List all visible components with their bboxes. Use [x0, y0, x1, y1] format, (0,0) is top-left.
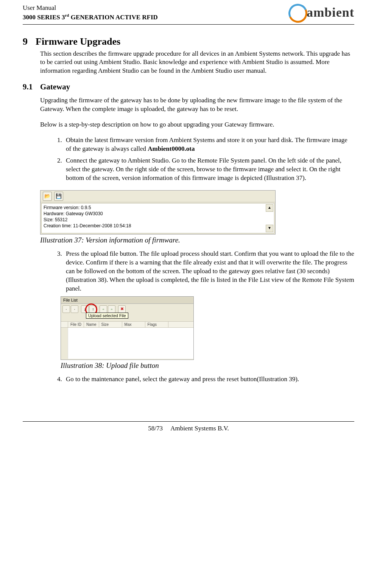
steps-list-continued: Press the upload file button. The file u… [23, 250, 354, 293]
subsection-p1: Upgrading the firmware of the gateway ha… [23, 96, 354, 114]
size-line: Size: 55312 [44, 217, 272, 223]
steps-list-continued-2: Go to the maintenance panel, select the … [23, 375, 354, 384]
section-intro: This section describes the firmware upgr… [23, 50, 354, 76]
cross-icon: ✖ [120, 307, 124, 311]
square-icon: ▫ [111, 307, 112, 311]
fw-version-line: Firmware version: 0.9.5 [44, 205, 272, 211]
step-4: Go to the maintenance panel, select the … [64, 375, 354, 384]
save-file-button[interactable]: 💾 [54, 192, 63, 201]
step-1: Obtain the latest firmware version from … [64, 136, 354, 153]
subsection-title: Gateway [40, 82, 70, 91]
logo: ambient [288, 4, 354, 21]
open-file-button[interactable]: 📂 [43, 192, 52, 201]
header-text: User Manual 3000 SERIES 3rd GENERATION A… [23, 4, 158, 22]
page-number: 58/73 [148, 425, 163, 432]
tb-button-green-2[interactable]: ▫ [108, 305, 115, 313]
footer-org: Ambient Systems B.V. [170, 425, 229, 432]
tb-button-green-1[interactable]: ▫ [100, 305, 107, 313]
figure-37-caption: Illustration 37: Version information of … [40, 236, 354, 244]
header-line1: User Manual [23, 4, 158, 13]
upload-tooltip: Upload selected File [86, 313, 128, 319]
col-name: Name [84, 322, 99, 327]
scroll-down-button[interactable]: ▼ [266, 225, 273, 232]
figure-38: File List · · ↓ ↑ ▫ ▫ ✖ Upload selected … [61, 296, 194, 360]
subsection-number: 9.1 [23, 82, 40, 92]
col-max: Max [122, 322, 145, 327]
toolbar: 📂 💾 [41, 191, 275, 202]
logo-swoosh-icon [288, 4, 306, 21]
floppy-disk-icon: 💾 [56, 193, 62, 199]
info-text-area: Firmware version: 0.9.5 Hardware: Gatewa… [41, 203, 274, 233]
column-headers: File ID Name Size Max Flags [61, 321, 193, 328]
logo-text: ambient [307, 5, 354, 20]
step-2: Connect the gateway to Ambient Studio. G… [64, 156, 354, 183]
panel-title: File List [61, 297, 193, 304]
page-header: User Manual 3000 SERIES 3rd GENERATION A… [23, 4, 354, 22]
scroll-up-button[interactable]: ▲ [266, 204, 273, 212]
empty-list-area [68, 328, 193, 359]
section-title: Firmware Upgrades [36, 36, 120, 47]
tb-button-1[interactable]: · [62, 305, 70, 313]
row-selector-header [61, 322, 68, 327]
delete-button[interactable]: ✖ [118, 305, 126, 313]
subsection-p2: Below is a step-by-step description on h… [23, 120, 354, 129]
figure-38-caption: Illustration 38: Upload file button [61, 361, 354, 370]
screenshot-version-info: 📂 💾 Firmware version: 0.9.5 Hardware: Ga… [40, 190, 276, 235]
page-footer: 58/73 Ambient Systems B.V. [23, 421, 354, 432]
figure-37: 📂 💾 Firmware version: 0.9.5 Hardware: Ga… [40, 190, 354, 235]
section-heading: 9Firmware Upgrades [23, 36, 354, 47]
creation-time-line: Creation time: 11-December-2008 10:54:18 [44, 223, 272, 229]
col-file-id: File ID [68, 322, 84, 327]
hardware-line: Hardware: Gateway GW3030 [44, 211, 272, 217]
square-icon: ▫ [103, 307, 104, 311]
header-line2: 3000 SERIES 3rd GENERATION ACTIVE RFID [23, 13, 158, 22]
folder-open-icon: 📂 [44, 193, 50, 199]
subsection-heading: 9.1Gateway [23, 82, 354, 92]
col-size: Size [99, 322, 122, 327]
tb-button-2[interactable]: · [71, 305, 78, 313]
header-rule [23, 24, 354, 25]
footer-rule [23, 421, 354, 422]
steps-list: Obtain the latest firmware version from … [23, 136, 354, 183]
section-number: 9 [23, 36, 36, 47]
step-3: Press the upload file button. The file u… [64, 250, 354, 293]
file-list-toolbar: · · ↓ ↑ ▫ ▫ ✖ Upload selected File [61, 304, 193, 314]
col-flags: Flags [145, 322, 168, 327]
